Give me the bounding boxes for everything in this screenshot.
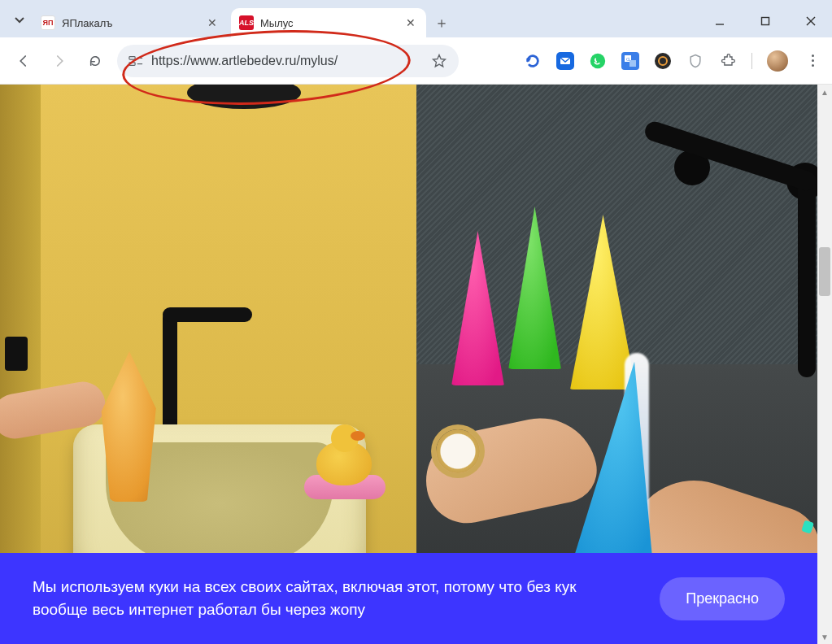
svg-point-9	[590, 53, 605, 67]
bookmark-star-icon[interactable]	[431, 53, 447, 69]
tab-mylus[interactable]: ALS Мылус ✕	[231, 8, 426, 37]
browser-toolbar: https://www.artlebedev.ru/mylus/ G	[0, 37, 832, 85]
cookie-accept-button[interactable]: Прекрасно	[660, 577, 785, 620]
tab-title: Мылус	[260, 17, 397, 29]
shield-extension-icon[interactable]	[686, 52, 704, 70]
fingernail	[801, 520, 814, 534]
vertical-scrollbar[interactable]: ▲ ▼	[817, 85, 832, 644]
new-tab-button[interactable]: ＋	[429, 11, 454, 35]
tab-search-dropdown[interactable]	[7, 7, 33, 33]
favicon-als-icon: ALS	[239, 15, 254, 30]
mail-extension-icon[interactable]	[556, 52, 574, 70]
rubber-duck-icon	[316, 441, 372, 485]
forward-button[interactable]	[46, 47, 73, 75]
ceiling-light	[187, 85, 301, 109]
scroll-down-arrow-icon[interactable]: ▼	[817, 629, 832, 644]
cookie-banner: Мы используем куки на всех своих сайтах,…	[0, 553, 817, 644]
svg-rect-1	[762, 18, 769, 25]
translate-extension-icon[interactable]: G	[621, 52, 639, 70]
svg-text:G: G	[626, 56, 630, 61]
tab-close-button[interactable]: ✕	[403, 15, 418, 30]
extensions-puzzle-icon[interactable]	[719, 52, 737, 70]
undo-extension-icon[interactable]	[524, 52, 542, 70]
profile-avatar[interactable]	[767, 50, 788, 72]
svg-rect-11	[629, 60, 636, 67]
tab-close-button[interactable]: ✕	[205, 15, 220, 30]
scroll-up-arrow-icon[interactable]: ▲	[817, 85, 832, 99]
tab-strip: ЯП ЯПлакалъ ✕ ALS Мылус ✕ ＋	[0, 0, 832, 37]
back-button[interactable]	[10, 47, 37, 75]
reload-button[interactable]	[81, 47, 109, 75]
page-content: Мы используем куки на всех своих сайтах,…	[0, 85, 832, 644]
window-close-button[interactable]	[799, 10, 822, 33]
cookie-text: Мы используем куки на всех своих сайтах,…	[33, 576, 635, 620]
svg-point-13	[655, 53, 671, 69]
tab-yaplakal[interactable]: ЯП ЯПлакалъ ✕	[33, 8, 228, 37]
circle-extension-icon[interactable]	[654, 52, 672, 70]
wristwatch-icon	[436, 429, 480, 473]
toolbar-separator	[751, 53, 752, 69]
url-text[interactable]: https://www.artlebedev.ru/mylus/	[151, 54, 423, 68]
address-bar[interactable]: https://www.artlebedev.ru/mylus/	[117, 45, 459, 77]
favicon-yaplakal-icon: ЯП	[41, 15, 55, 30]
svg-rect-4	[129, 56, 135, 59]
scrollbar-thumb[interactable]	[819, 247, 830, 296]
svg-rect-5	[129, 62, 135, 65]
extensions-area: G	[524, 50, 822, 72]
window-maximize-button[interactable]	[754, 10, 777, 33]
whatsapp-extension-icon[interactable]	[589, 52, 607, 70]
window-minimize-button[interactable]	[708, 10, 731, 33]
faucet-icon	[798, 174, 816, 377]
site-info-icon[interactable]	[129, 54, 143, 68]
browser-menu-button[interactable]	[803, 51, 822, 71]
door-handle	[5, 337, 28, 371]
tab-title: ЯПлакалъ	[62, 17, 198, 29]
